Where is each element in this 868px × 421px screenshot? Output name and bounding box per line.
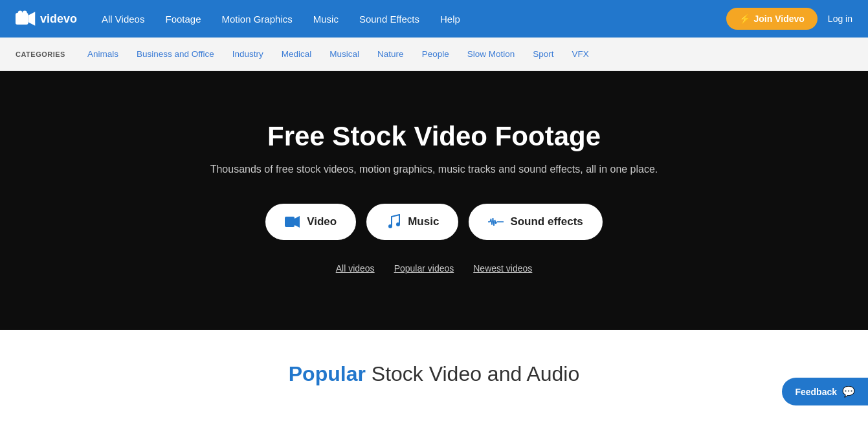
hero-section: Free Stock Video Footage Thousands of fr… <box>0 71 868 330</box>
hero-links: All videos Popular videos Newest videos <box>336 263 533 274</box>
svg-point-3 <box>23 11 27 16</box>
category-musical[interactable]: Musical <box>320 47 368 61</box>
brand-name: videvo <box>40 12 77 26</box>
all-videos-link[interactable]: All videos <box>336 263 375 274</box>
logo[interactable]: videvo <box>16 10 77 28</box>
categories-bar: CATEGORIES Animals Business and Office I… <box>0 38 868 71</box>
chat-icon: 💬 <box>842 385 855 398</box>
sound-icon <box>488 214 504 230</box>
popular-section: Popular Stock Video and Audio <box>0 330 868 405</box>
svg-rect-0 <box>16 13 28 25</box>
popular-highlight: Popular <box>289 362 366 385</box>
sound-btn-label: Sound effects <box>510 215 583 228</box>
nav-footage[interactable]: Footage <box>156 8 210 30</box>
feedback-button[interactable]: Feedback 💬 <box>782 378 868 405</box>
hero-buttons: Video Music <box>265 204 603 240</box>
nav-links: All Videos Footage Motion Graphics Music… <box>93 8 720 30</box>
svg-rect-4 <box>285 217 295 227</box>
video-icon <box>285 214 300 230</box>
svg-point-7 <box>396 222 400 226</box>
svg-marker-5 <box>295 216 300 228</box>
svg-line-15 <box>496 222 497 224</box>
category-medical[interactable]: Medical <box>273 47 321 61</box>
join-button[interactable]: ⚡ Join Videvo <box>726 8 818 30</box>
category-animals[interactable]: Animals <box>78 47 128 61</box>
music-icon <box>386 214 401 230</box>
category-sport[interactable]: Sport <box>524 47 562 61</box>
category-vfx[interactable]: VFX <box>563 47 598 61</box>
join-label: Join Videvo <box>754 14 805 24</box>
nav-right: ⚡ Join Videvo Log in <box>726 8 852 30</box>
svg-marker-1 <box>28 12 36 25</box>
sound-effects-button[interactable]: Sound effects <box>469 204 602 240</box>
logo-icon <box>16 10 36 28</box>
category-nature[interactable]: Nature <box>368 47 413 61</box>
nav-all-videos[interactable]: All Videos <box>93 8 153 30</box>
category-people[interactable]: People <box>413 47 458 61</box>
lightning-icon: ⚡ <box>739 14 750 24</box>
nav-sound-effects[interactable]: Sound Effects <box>350 8 428 30</box>
nav-help[interactable]: Help <box>431 8 469 30</box>
nav-motion-graphics[interactable]: Motion Graphics <box>213 8 302 30</box>
popular-rest: Stock Video and Audio <box>366 362 579 385</box>
categories-label: CATEGORIES <box>16 50 65 58</box>
login-link[interactable]: Log in <box>828 14 852 24</box>
category-slow-motion[interactable]: Slow Motion <box>458 47 524 61</box>
popular-title: Popular Stock Video and Audio <box>16 362 852 386</box>
category-industry[interactable]: Industry <box>223 47 273 61</box>
svg-point-6 <box>388 224 392 228</box>
nav-music[interactable]: Music <box>304 8 348 30</box>
video-btn-label: Video <box>307 215 337 228</box>
hero-title: Free Stock Video Footage <box>267 121 601 152</box>
music-button[interactable]: Music <box>366 204 458 240</box>
newest-videos-link[interactable]: Newest videos <box>473 263 532 274</box>
music-btn-label: Music <box>408 215 439 228</box>
popular-videos-link[interactable]: Popular videos <box>394 263 454 274</box>
navbar: videvo All Videos Footage Motion Graphic… <box>0 0 868 38</box>
feedback-label: Feedback <box>795 387 837 397</box>
svg-point-2 <box>18 11 23 16</box>
video-button[interactable]: Video <box>265 204 356 240</box>
hero-subtitle: Thousands of free stock videos, motion g… <box>210 164 658 175</box>
category-business[interactable]: Business and Office <box>128 47 223 61</box>
